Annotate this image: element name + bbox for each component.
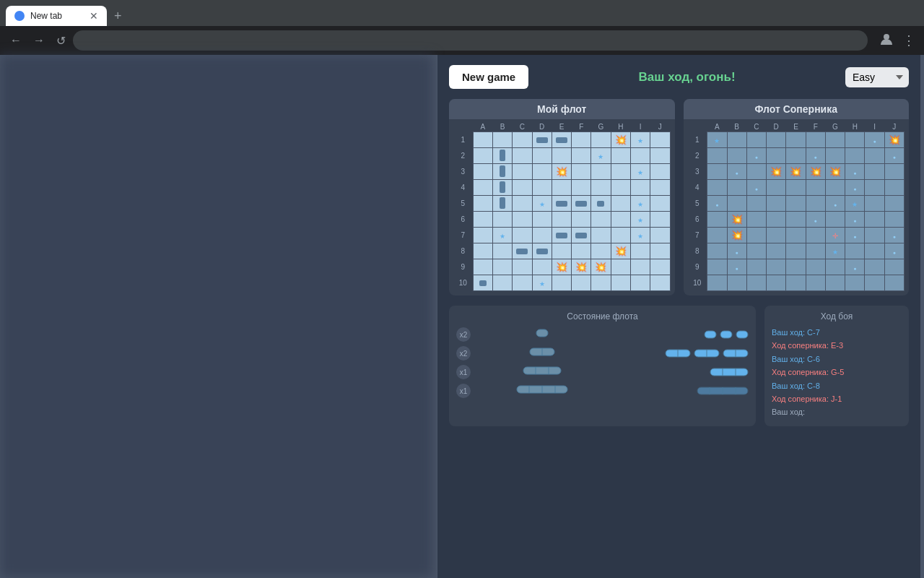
enemy-cell-4-4[interactable] (786, 180, 806, 196)
enemy-cell-8-7[interactable] (845, 243, 865, 259)
enemy-cell-5-7[interactable]: ★ (845, 196, 865, 212)
enemy-cell-10-5[interactable] (806, 275, 825, 291)
enemy-cell-2-2[interactable]: ● (746, 148, 766, 164)
enemy-cell-9-0[interactable] (707, 259, 727, 275)
enemy-cell-9-5[interactable] (806, 259, 825, 275)
enemy-cell-2-9[interactable]: ● (884, 148, 904, 164)
enemy-cell-6-3[interactable] (767, 212, 786, 228)
enemy-cell-1-2[interactable] (746, 132, 766, 148)
enemy-cell-9-9[interactable] (884, 259, 904, 275)
enemy-cell-6-5[interactable]: ● (806, 212, 825, 228)
enemy-cell-2-1[interactable] (727, 148, 746, 164)
enemy-cell-9-1[interactable]: ● (727, 259, 746, 275)
enemy-cell-2-6[interactable] (825, 148, 845, 164)
enemy-cell-3-8[interactable] (865, 164, 884, 180)
enemy-cell-6-7[interactable]: ● (845, 212, 865, 228)
enemy-cell-5-8[interactable] (865, 196, 884, 212)
enemy-cell-2-7[interactable] (845, 148, 865, 164)
enemy-cell-6-1[interactable]: 💥 (727, 212, 746, 228)
enemy-cell-1-5[interactable] (806, 132, 825, 148)
enemy-cell-10-1[interactable] (727, 275, 746, 291)
enemy-cell-4-7[interactable]: ● (845, 180, 865, 196)
enemy-cell-6-2[interactable] (746, 212, 766, 228)
enemy-cell-4-3[interactable] (767, 180, 786, 196)
tab-close-button[interactable]: ✕ (90, 10, 98, 22)
enemy-cell-6-8[interactable] (865, 212, 884, 228)
enemy-cell-9-6[interactable] (825, 259, 845, 275)
enemy-cell-7-4[interactable] (786, 228, 806, 243)
enemy-cell-6-6[interactable] (825, 212, 845, 228)
address-bar[interactable] (73, 30, 868, 51)
enemy-cell-10-0[interactable] (707, 275, 727, 291)
enemy-cell-9-7[interactable]: ● (845, 259, 865, 275)
profile-button[interactable] (876, 29, 897, 53)
enemy-cell-6-0[interactable] (707, 212, 727, 228)
enemy-cell-8-0[interactable] (707, 243, 727, 259)
enemy-cell-5-0[interactable]: ● (707, 196, 727, 212)
enemy-cell-4-0[interactable] (707, 180, 727, 196)
back-button[interactable]: ← (6, 31, 26, 50)
enemy-cell-7-1[interactable]: 💥 (727, 228, 746, 243)
enemy-cell-1-6[interactable] (825, 132, 845, 148)
enemy-cell-7-8[interactable] (865, 228, 884, 243)
enemy-cell-1-9[interactable]: 💥 (884, 132, 904, 148)
enemy-cell-10-4[interactable] (786, 275, 806, 291)
enemy-cell-4-8[interactable] (865, 180, 884, 196)
new-game-button[interactable]: New game (449, 65, 528, 89)
enemy-cell-5-5[interactable] (806, 196, 825, 212)
enemy-cell-8-1[interactable]: ● (727, 243, 746, 259)
enemy-cell-5-3[interactable] (767, 196, 786, 212)
enemy-cell-8-4[interactable] (786, 243, 806, 259)
enemy-cell-5-9[interactable] (884, 196, 904, 212)
enemy-cell-3-2[interactable] (746, 164, 766, 180)
enemy-cell-8-9[interactable]: ● (884, 243, 904, 259)
enemy-cell-10-6[interactable] (825, 275, 845, 291)
enemy-cell-8-3[interactable] (767, 243, 786, 259)
enemy-cell-1-7[interactable] (845, 132, 865, 148)
enemy-cell-6-4[interactable] (786, 212, 806, 228)
enemy-cell-3-6[interactable]: 💥 (825, 164, 845, 180)
forward-button[interactable]: → (29, 31, 49, 50)
enemy-cell-3-7[interactable]: ● (845, 164, 865, 180)
enemy-cell-6-9[interactable] (884, 212, 904, 228)
enemy-cell-2-5[interactable]: ● (806, 148, 825, 164)
enemy-cell-9-4[interactable] (786, 259, 806, 275)
enemy-cell-3-9[interactable] (884, 164, 904, 180)
enemy-cell-4-1[interactable] (727, 180, 746, 196)
enemy-cell-1-0[interactable]: ★ (707, 132, 727, 148)
enemy-cell-3-1[interactable]: ● (727, 164, 746, 180)
enemy-cell-4-2[interactable]: ● (746, 180, 766, 196)
enemy-cell-5-6[interactable]: ● (825, 196, 845, 212)
enemy-cell-9-3[interactable] (767, 259, 786, 275)
enemy-cell-5-1[interactable] (727, 196, 746, 212)
enemy-cell-7-5[interactable] (806, 228, 825, 243)
enemy-cell-7-0[interactable] (707, 228, 727, 243)
enemy-cell-8-2[interactable] (746, 243, 766, 259)
enemy-cell-5-4[interactable] (786, 196, 806, 212)
enemy-cell-8-6[interactable]: ★ (825, 243, 845, 259)
enemy-cell-5-2[interactable] (746, 196, 766, 212)
enemy-cell-3-0[interactable] (707, 164, 727, 180)
difficulty-select[interactable]: Easy Medium Hard (845, 67, 909, 87)
enemy-cell-4-5[interactable] (806, 180, 825, 196)
enemy-cell-8-5[interactable] (806, 243, 825, 259)
enemy-cell-10-3[interactable] (767, 275, 786, 291)
enemy-cell-10-2[interactable] (746, 275, 766, 291)
new-tab-button[interactable]: + (110, 9, 126, 24)
enemy-cell-7-9[interactable]: ● (884, 228, 904, 243)
enemy-cell-7-2[interactable] (746, 228, 766, 243)
enemy-cell-8-8[interactable] (865, 243, 884, 259)
enemy-cell-3-4[interactable]: 💥 (786, 164, 806, 180)
enemy-cell-1-1[interactable] (727, 132, 746, 148)
enemy-cell-7-7[interactable]: ● (845, 228, 865, 243)
enemy-cell-1-4[interactable] (786, 132, 806, 148)
enemy-cell-10-9[interactable] (884, 275, 904, 291)
enemy-cell-7-6[interactable]: ✛ (825, 228, 845, 243)
enemy-cell-1-3[interactable] (767, 132, 786, 148)
enemy-cell-2-0[interactable] (707, 148, 727, 164)
enemy-cell-9-2[interactable] (746, 259, 766, 275)
enemy-cell-3-5[interactable]: 💥 (806, 164, 825, 180)
reload-button[interactable]: ↺ (52, 31, 70, 51)
enemy-cell-2-8[interactable] (865, 148, 884, 164)
enemy-cell-2-3[interactable] (767, 148, 786, 164)
